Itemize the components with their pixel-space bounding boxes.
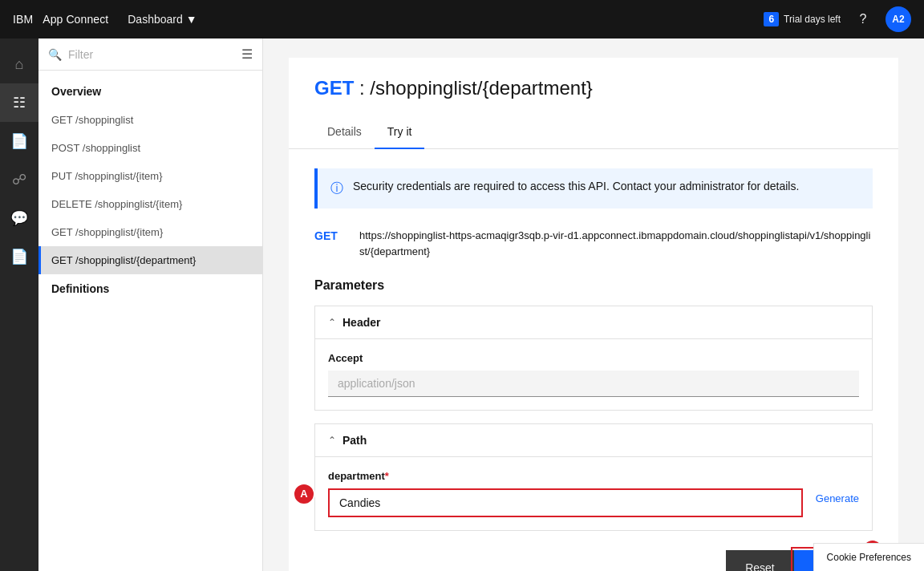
sidebar-item-get-shoppinglist-item[interactable]: GET /shoppinglist/{item}: [38, 218, 262, 246]
department-col: department*: [328, 470, 803, 517]
info-banner: ⓘ Security credentials are required to a…: [314, 168, 873, 209]
header-param-group: ⌃ Header Accept: [314, 306, 873, 411]
tab-try-it[interactable]: Try it: [375, 115, 425, 149]
path-group-title: Path: [342, 434, 367, 447]
nav-docs[interactable]: 📄: [0, 237, 38, 276]
nav-integrations[interactable]: ☷: [0, 83, 38, 122]
generate-link[interactable]: Generate: [816, 470, 859, 504]
search-icon: 🔍: [48, 48, 62, 61]
content-area: GET : /shoppinglist/{department} Details…: [263, 38, 924, 571]
path-param-group: ⌃ Path A department*: [314, 423, 873, 531]
path-group-body: A department* Generate: [315, 457, 872, 530]
params-section: Parameters ⌃ Header Accept ⌃: [314, 278, 873, 571]
params-title: Parameters: [314, 278, 873, 293]
trial-badge: 6 Trial days left: [764, 12, 841, 26]
page-title: GET : /shoppinglist/{department}: [314, 77, 873, 99]
reset-button[interactable]: Reset: [726, 550, 794, 571]
cookie-preferences[interactable]: Cookie Preferences: [813, 543, 924, 571]
chevron-up-icon: ⌃: [328, 317, 336, 328]
help-button[interactable]: ?: [850, 6, 876, 32]
sidebar-item-delete-shoppinglist[interactable]: DELETE /shoppinglist/{item}: [38, 190, 262, 218]
page-title-path: : /shoppinglist/{department}: [359, 77, 593, 99]
header-group-body: Accept: [315, 339, 872, 410]
tabs: Details Try it: [289, 115, 898, 149]
action-row: Reset Send B: [314, 550, 873, 571]
department-input[interactable]: [328, 488, 803, 517]
tab-details[interactable]: Details: [314, 115, 375, 149]
avatar[interactable]: A2: [886, 6, 911, 32]
dashboard-label: Dashboard: [128, 13, 183, 26]
nav-home[interactable]: ⌂: [0, 45, 38, 83]
chevron-up-icon-path: ⌃: [328, 435, 336, 446]
method-label: GET: [314, 77, 354, 99]
sidebar-item-get-shoppinglist[interactable]: GET /shoppinglist: [38, 106, 262, 134]
cookie-label: Cookie Preferences: [827, 552, 911, 563]
required-marker: *: [385, 470, 389, 482]
icon-nav: ⌂ ☷ 📄 ☍ 💬 📄: [0, 38, 38, 571]
nav-messages[interactable]: 💬: [0, 199, 38, 237]
accept-input[interactable]: [328, 371, 859, 397]
info-icon: ⓘ: [330, 180, 343, 197]
sidebar-item-post-shoppinglist[interactable]: POST /shoppinglist: [38, 134, 262, 162]
search-input[interactable]: [68, 48, 235, 61]
sidebar-item-put-shoppinglist[interactable]: PUT /shoppinglist/{item}: [38, 162, 262, 190]
get-row: GET https://shoppinglist-https-acmaqigr3…: [314, 228, 873, 259]
brand-ibm: IBM: [13, 13, 33, 26]
main-layout: ⌂ ☷ 📄 ☍ 💬 📄 🔍 ☰ Overview GET /shoppingli…: [0, 38, 924, 571]
sidebar-item-get-shoppinglist-department[interactable]: GET /shoppinglist/{department}: [38, 246, 262, 274]
brand-appconnect: App Connect: [43, 13, 108, 26]
nav-catalog[interactable]: 📄: [0, 122, 38, 160]
chevron-down-icon: ▼: [186, 13, 197, 26]
department-row: A department* Generate: [328, 470, 859, 517]
content-card: GET : /shoppinglist/{department} Details…: [289, 58, 898, 571]
sidebar-search-bar: 🔍 ☰: [38, 38, 262, 71]
trial-days-text: Trial days left: [784, 14, 841, 25]
sidebar: 🔍 ☰ Overview GET /shoppinglist POST /sho…: [38, 38, 263, 571]
header-group-header[interactable]: ⌃ Header: [315, 306, 872, 339]
filter-icon[interactable]: ☰: [241, 47, 253, 62]
topbar: IBM App Connect Dashboard ▼ 6 Trial days…: [0, 0, 924, 38]
nav-connections[interactable]: ☍: [0, 160, 38, 199]
sidebar-overview[interactable]: Overview: [38, 77, 262, 106]
app-brand: IBM App Connect: [13, 13, 108, 26]
department-label: department*: [328, 470, 803, 482]
info-banner-text: Security credentials are required to acc…: [353, 180, 799, 192]
trial-days-num: 6: [764, 12, 779, 26]
path-group-header[interactable]: ⌃ Path: [315, 424, 872, 457]
sidebar-definitions[interactable]: Definitions: [38, 274, 262, 303]
sidebar-nav: Overview GET /shoppinglist POST /shoppin…: [38, 71, 262, 310]
accept-label: Accept: [328, 352, 859, 364]
get-method-label: GET: [314, 228, 346, 242]
annotation-a-badge: A: [293, 483, 315, 505]
topbar-right: 6 Trial days left ? A2: [764, 6, 911, 32]
header-group-title: Header: [342, 316, 380, 329]
dashboard-nav[interactable]: Dashboard ▼: [128, 13, 197, 26]
api-url: https://shoppinglist-https-acmaqigr3sqb.…: [359, 228, 873, 259]
